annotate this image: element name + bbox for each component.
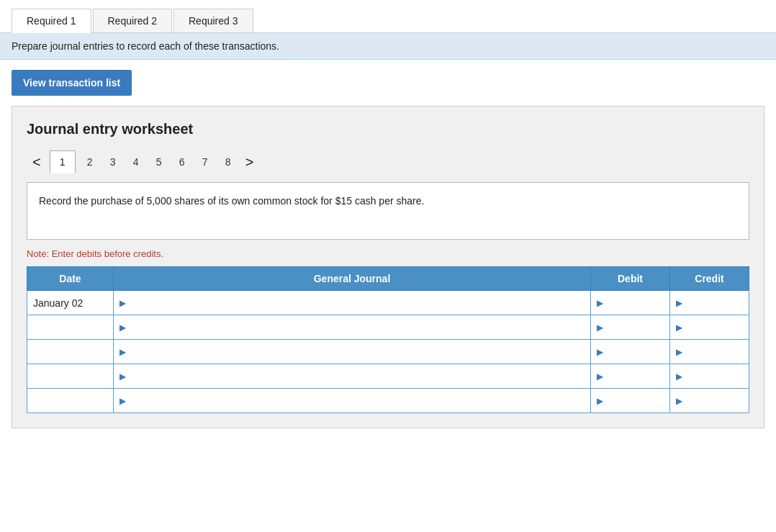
cell-date-2 — [27, 315, 114, 340]
col-header-debit: Debit — [591, 267, 670, 291]
cell-debit-5[interactable]: ▶ — [591, 389, 670, 413]
debit-input-2[interactable] — [606, 322, 664, 333]
cell-date-1: January 02 — [27, 291, 114, 315]
page-6[interactable]: 6 — [171, 150, 194, 173]
journal-input-2[interactable] — [129, 322, 585, 333]
arrow-icon-debit-5: ▶ — [597, 396, 603, 406]
tab-required1[interactable]: Required 1 — [12, 9, 91, 33]
worksheet-container: Journal entry worksheet < 1 2 3 4 5 6 7 … — [12, 106, 764, 428]
journal-table: Date General Journal Debit Credit Januar… — [27, 266, 749, 413]
transaction-description: Record the purchase of 5,000 shares of i… — [27, 182, 749, 240]
credit-input-5[interactable] — [685, 395, 743, 407]
page-navigation: < 1 2 3 4 5 6 7 8 > — [27, 150, 749, 173]
col-header-journal: General Journal — [114, 267, 591, 291]
page-7[interactable]: 7 — [194, 150, 217, 173]
cell-debit-4[interactable]: ▶ — [591, 364, 670, 389]
cell-journal-3[interactable]: ▶ — [114, 340, 591, 364]
cell-credit-1[interactable]: ▶ — [670, 291, 749, 315]
arrow-icon-3: ▶ — [119, 347, 126, 357]
col-header-date: Date — [27, 267, 114, 291]
arrow-icon-4: ▶ — [119, 371, 126, 382]
arrow-icon-1: ▶ — [119, 298, 126, 308]
worksheet-title: Journal entry worksheet — [27, 121, 749, 137]
cell-credit-2[interactable]: ▶ — [670, 315, 749, 340]
arrow-icon-debit-4: ▶ — [597, 371, 603, 382]
table-row: ▶ ▶ ▶ — [27, 340, 749, 364]
arrow-icon-credit-3: ▶ — [676, 347, 682, 357]
journal-input-1[interactable] — [129, 297, 585, 309]
note-text: Note: Enter debits before credits. — [27, 248, 749, 259]
cell-journal-5[interactable]: ▶ — [114, 389, 591, 413]
cell-credit-3[interactable]: ▶ — [670, 340, 749, 364]
cell-journal-2[interactable]: ▶ — [114, 315, 591, 340]
prev-page-button[interactable]: < — [27, 151, 47, 173]
cell-debit-1[interactable]: ▶ — [591, 291, 670, 315]
instructions-text: Prepare journal entries to record each o… — [12, 40, 279, 52]
tab-required2[interactable]: Required 2 — [93, 9, 173, 32]
journal-input-4[interactable] — [129, 371, 585, 382]
credit-input-2[interactable] — [685, 322, 743, 333]
col-header-credit: Credit — [670, 267, 749, 291]
cell-debit-2[interactable]: ▶ — [591, 315, 670, 340]
debit-input-5[interactable] — [606, 395, 664, 407]
table-row: ▶ ▶ ▶ — [27, 315, 749, 340]
arrow-icon-debit-3: ▶ — [597, 347, 603, 357]
arrow-icon-credit-2: ▶ — [676, 323, 682, 333]
debit-input-3[interactable] — [606, 346, 664, 358]
table-row: January 02 ▶ ▶ ▶ — [27, 291, 749, 315]
arrow-icon-2: ▶ — [119, 323, 126, 333]
tab-required3[interactable]: Required 3 — [173, 9, 253, 32]
cell-credit-4[interactable]: ▶ — [670, 364, 749, 389]
credit-input-1[interactable] — [685, 297, 743, 309]
arrow-icon-debit-2: ▶ — [597, 323, 603, 333]
credit-input-4[interactable] — [685, 371, 743, 382]
credit-input-3[interactable] — [685, 346, 743, 358]
arrow-icon-debit-1: ▶ — [597, 298, 603, 308]
debit-input-4[interactable] — [606, 371, 664, 382]
cell-date-4 — [27, 364, 114, 389]
instructions-bar: Prepare journal entries to record each o… — [0, 33, 776, 60]
arrow-icon-5: ▶ — [119, 396, 126, 406]
journal-input-5[interactable] — [129, 395, 585, 407]
cell-debit-3[interactable]: ▶ — [591, 340, 670, 364]
debit-input-1[interactable] — [606, 297, 664, 309]
cell-date-5 — [27, 389, 114, 413]
next-page-button[interactable]: > — [240, 151, 260, 173]
page-3[interactable]: 3 — [101, 150, 125, 173]
page-1[interactable]: 1 — [50, 150, 76, 173]
arrow-icon-credit-1: ▶ — [676, 298, 682, 308]
cell-credit-5[interactable]: ▶ — [670, 389, 749, 413]
tabs-bar: Required 1 Required 2 Required 3 — [0, 0, 776, 33]
cell-journal-1[interactable]: ▶ — [114, 291, 591, 315]
action-bar: View transaction list — [0, 60, 776, 106]
table-row: ▶ ▶ ▶ — [27, 364, 749, 389]
arrow-icon-credit-5: ▶ — [676, 396, 682, 406]
view-transaction-button[interactable]: View transaction list — [12, 70, 132, 96]
cell-journal-4[interactable]: ▶ — [114, 364, 591, 389]
table-row: ▶ ▶ ▶ — [27, 389, 749, 413]
journal-input-3[interactable] — [129, 346, 585, 358]
cell-date-3 — [27, 340, 114, 364]
page-8[interactable]: 8 — [217, 150, 240, 173]
page-2[interactable]: 2 — [78, 150, 101, 173]
page-4[interactable]: 4 — [125, 150, 148, 173]
page-5[interactable]: 5 — [148, 150, 171, 173]
arrow-icon-credit-4: ▶ — [676, 371, 682, 382]
